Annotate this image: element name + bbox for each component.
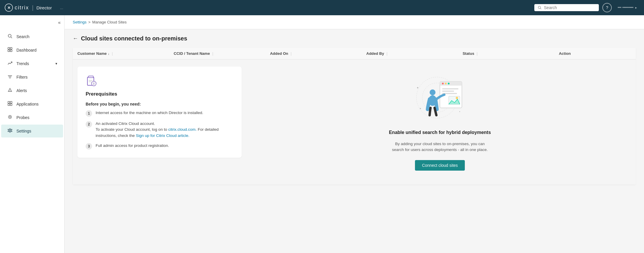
svg-point-38 [448, 83, 450, 84]
prerequisites-list: 1 Internet access for the machine on whi… [86, 110, 233, 150]
th-status: Status | [462, 51, 559, 56]
sidebar-applications-label: Applications [16, 102, 39, 106]
svg-point-20 [9, 116, 11, 118]
help-button[interactable]: ? [602, 3, 612, 12]
svg-rect-18 [10, 104, 12, 106]
sidebar-filters-label: Filters [16, 75, 28, 79]
svg-text:✦: ✦ [416, 86, 419, 89]
main-content: Settings > Manage Cloud Sites ← Cloud si… [65, 15, 644, 253]
sidebar-item-filters[interactable]: Filters [1, 71, 63, 84]
right-info-panel: ✦ ✦ ✦ ✦ [249, 67, 631, 178]
svg-point-21 [9, 130, 11, 131]
prereq-text-1: Internet access for the machine on which… [96, 110, 203, 116]
applications-icon [7, 101, 13, 107]
svg-rect-16 [10, 101, 12, 103]
deployment-illustration: ✦ ✦ ✦ ✦ [411, 71, 469, 124]
sidebar-item-applications[interactable]: Applications [1, 98, 63, 111]
table-header-row: Customer Name ↓ | CCID / Tenant Name | A… [73, 48, 636, 60]
th-customer-name[interactable]: Customer Name ↓ | [77, 51, 174, 56]
svg-rect-25 [89, 81, 91, 82]
prerequisites-subtitle: Before you begin, you need: [86, 102, 233, 106]
sort-icon: ↓ [108, 52, 110, 55]
sidebar: « Search Dashboard Trends ▾ Filter [0, 15, 65, 253]
top-navigation: ✕ citrix | Director ... ? ••• ••••••••• … [0, 0, 644, 15]
svg-rect-7 [10, 47, 12, 49]
alerts-icon [7, 88, 13, 94]
svg-line-3 [540, 8, 541, 9]
sidebar-item-search[interactable]: Search [1, 30, 63, 43]
breadcrumb: Settings > Manage Cloud Sites [65, 15, 644, 29]
sidebar-search-label: Search [16, 34, 29, 39]
th-ccid: CCID / Tenant Name | [174, 51, 270, 56]
svg-rect-11 [9, 77, 11, 77]
svg-point-36 [442, 83, 444, 84]
sidebar-item-settings[interactable]: Settings [1, 125, 63, 137]
site-name: ... [60, 6, 63, 10]
dashboard-icon [7, 47, 13, 53]
signup-article-link[interactable]: Sign up for Citrix Cloud article. [136, 133, 189, 138]
svg-point-44 [430, 89, 435, 95]
breadcrumb-separator: > [88, 20, 91, 24]
svg-text:i: i [94, 82, 94, 85]
th-added-on: Added On | [270, 51, 366, 56]
sidebar-collapse-area: « [0, 18, 64, 30]
svg-rect-39 [442, 88, 458, 89]
trends-icon [7, 61, 13, 67]
svg-rect-10 [8, 75, 12, 76]
page-title-row: ← Cloud sites connected to on-premises [73, 35, 636, 42]
sidebar-item-probes[interactable]: Probes [1, 111, 63, 124]
svg-rect-17 [8, 104, 10, 106]
svg-point-37 [445, 83, 447, 84]
svg-text:✕: ✕ [7, 6, 11, 10]
search-icon [538, 6, 542, 10]
svg-rect-23 [89, 76, 93, 78]
sidebar-item-trends[interactable]: Trends ▾ [1, 57, 63, 70]
prerequisites-card: i Prerequisites Before you begin, you ne… [77, 67, 242, 158]
connect-cloud-sites-button[interactable]: Connect cloud sites [415, 160, 465, 171]
top-search-box[interactable] [534, 4, 599, 11]
svg-rect-9 [10, 50, 12, 52]
search-nav-icon [7, 34, 13, 40]
citrix-logo: ✕ citrix | Director [5, 4, 52, 12]
sidebar-probes-label: Probes [16, 115, 29, 120]
svg-rect-12 [9, 78, 11, 78]
svg-line-5 [11, 37, 12, 38]
breadcrumb-parent-link[interactable]: Settings [73, 20, 87, 24]
svg-text:✦: ✦ [419, 107, 421, 110]
svg-point-2 [538, 6, 541, 9]
prereq-item-3: 3 Full admin access for product registra… [86, 143, 233, 150]
breadcrumb-current: Manage Cloud Sites [92, 20, 127, 24]
citrix-icon: ✕ [5, 4, 13, 12]
prereq-item-1: 1 Internet access for the machine on whi… [86, 110, 233, 117]
prerequisites-icon: i [86, 75, 97, 86]
prereq-num-3: 3 [86, 143, 92, 150]
sidebar-item-dashboard[interactable]: Dashboard [1, 44, 63, 57]
page-content-area: ← Cloud sites connected to on-premises C… [65, 29, 644, 196]
prereq-num-2: 2 [86, 121, 92, 128]
user-menu[interactable]: ••• ••••••••• ▸ [615, 4, 639, 11]
settings-icon [7, 128, 13, 134]
trends-expand-icon: ▾ [55, 62, 57, 66]
app-title: Director [36, 5, 52, 10]
user-arrow-icon: ▸ [635, 6, 637, 10]
sidebar-item-alerts[interactable]: Alerts [1, 84, 63, 97]
illustration: ✦ ✦ ✦ ✦ [411, 71, 469, 124]
page-title: Cloud sites connected to on-premises [81, 35, 187, 42]
sidebar-dashboard-label: Dashboard [16, 48, 37, 52]
brand-label: citrix [15, 5, 29, 11]
prerequisites-title: Prerequisites [86, 91, 233, 97]
th-added-by: Added By | [366, 51, 462, 56]
svg-point-4 [8, 34, 11, 37]
sidebar-collapse-button[interactable]: « [57, 19, 62, 26]
sidebar-alerts-label: Alerts [16, 88, 27, 93]
user-label: ••• ••••••••• [618, 6, 633, 10]
svg-text:✦: ✦ [459, 111, 460, 113]
back-button[interactable]: ← [73, 35, 78, 42]
citrix-cloud-link[interactable]: citrix.cloud.com. [168, 127, 197, 132]
search-input[interactable] [544, 5, 595, 10]
svg-point-14 [10, 91, 10, 91]
svg-rect-8 [8, 50, 10, 52]
prereq-item-2: 2 An activated Citrix Cloud account. To … [86, 121, 233, 139]
cloud-sites-table: Customer Name ↓ | CCID / Tenant Name | A… [73, 48, 636, 185]
right-panel-title: Enable unified search for hybrid deploym… [389, 130, 491, 135]
